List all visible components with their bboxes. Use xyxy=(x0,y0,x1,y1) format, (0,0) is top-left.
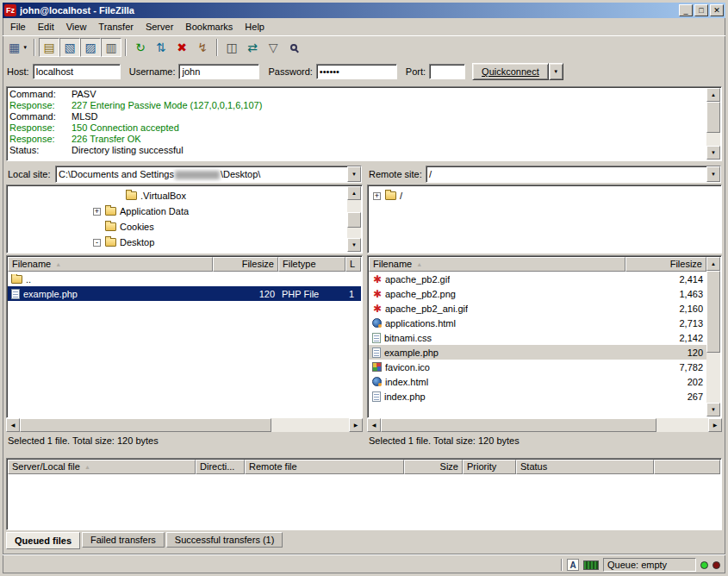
file-row[interactable]: index.php267 xyxy=(369,389,706,404)
menu-transfer[interactable]: Transfer xyxy=(92,19,140,34)
file-row[interactable]: index.html202 xyxy=(369,374,706,389)
menu-edit[interactable]: Edit xyxy=(32,19,60,34)
local-tree-scrollbar[interactable]: ▲ ▼ xyxy=(347,186,361,252)
scroll-right-icon[interactable]: ▶ xyxy=(708,418,722,432)
column-header-size[interactable]: Size xyxy=(404,460,463,474)
local-site-label: Local site: xyxy=(8,169,51,179)
file-row[interactable]: applications.html2,713 xyxy=(369,316,706,330)
column-header-filesize[interactable]: Filesize xyxy=(625,257,706,272)
scroll-thumb[interactable] xyxy=(347,212,361,228)
menu-help[interactable]: Help xyxy=(239,19,271,34)
remote-list-scrollbar[interactable]: ▲ ▼ xyxy=(706,257,720,416)
chevron-down-icon[interactable]: ▼ xyxy=(706,166,720,182)
queue-status: Queue: empty xyxy=(603,558,696,572)
file-row[interactable]: apache_pb2.gif2,414 xyxy=(369,272,706,286)
scroll-thumb[interactable] xyxy=(706,271,720,353)
file-row[interactable]: bitnami.css2,142 xyxy=(369,330,706,345)
scroll-down-icon[interactable]: ▼ xyxy=(347,238,361,252)
maximize-button[interactable]: □ xyxy=(694,4,708,16)
disconnect-button[interactable]: ↯ xyxy=(192,38,213,57)
remote-site-combo[interactable]: / ▼ xyxy=(426,166,721,183)
toggle-message-log-button[interactable]: ▤ xyxy=(39,38,59,57)
toggle-remote-tree-button[interactable]: ▨ xyxy=(80,38,101,57)
username-input[interactable] xyxy=(178,64,259,79)
log-scrollbar[interactable]: ▲ ▼ xyxy=(706,88,720,160)
scroll-left-icon[interactable]: ◀ xyxy=(367,418,381,432)
column-header-filename[interactable]: Filename xyxy=(369,257,625,272)
synchronized-browsing-icon: ⇄ xyxy=(247,41,258,53)
column-header-filetype[interactable]: Filetype xyxy=(278,257,345,272)
scroll-left-icon[interactable]: ◀ xyxy=(6,418,20,432)
process-queue-button[interactable]: ⇅ xyxy=(151,38,171,57)
file-name: example.php xyxy=(8,289,213,299)
scroll-up-icon[interactable]: ▲ xyxy=(706,257,720,271)
site-manager-button[interactable]: ▦▼ xyxy=(6,38,30,57)
expand-icon[interactable]: + xyxy=(93,208,101,216)
column-header-filesize[interactable]: Filesize xyxy=(213,257,278,272)
toggle-local-tree-button[interactable]: ▧ xyxy=(59,38,80,57)
menu-file[interactable]: File xyxy=(4,19,32,34)
cancel-icon: ✖ xyxy=(177,41,187,53)
column-header-directi[interactable]: Directi... xyxy=(196,460,245,474)
cancel-button[interactable]: ✖ xyxy=(171,38,192,57)
column-header-priority[interactable]: Priority xyxy=(463,460,516,474)
find-files-icon xyxy=(290,44,297,51)
remote-list-hscrollbar[interactable]: ◀ ▶ xyxy=(367,418,722,432)
tree-item-label: Application Data xyxy=(120,206,189,216)
collapse-icon[interactable]: - xyxy=(93,239,101,247)
host-input[interactable] xyxy=(33,64,121,79)
file-row[interactable]: favicon.ico7,782 xyxy=(369,360,706,374)
tree-item[interactable]: .VirtualBox xyxy=(7,188,362,203)
scroll-down-icon[interactable]: ▼ xyxy=(706,403,720,416)
scroll-right-icon[interactable]: ▶ xyxy=(349,418,363,432)
filter-button[interactable]: ▽ xyxy=(263,38,283,57)
find-files-button[interactable] xyxy=(283,38,304,57)
disconnect-icon: ↯ xyxy=(197,41,208,53)
tree-item[interactable]: -Desktop xyxy=(7,235,362,250)
local-directory-tree: .VirtualBox+Application DataCookies-Desk… xyxy=(6,185,363,254)
scroll-thumb[interactable] xyxy=(381,418,656,432)
chevron-down-icon[interactable]: ▼ xyxy=(347,166,361,182)
local-list-hscrollbar[interactable]: ◀ ▶ xyxy=(6,418,363,432)
expander-spacer xyxy=(114,192,121,200)
local-site-combo[interactable]: C:\Documents and Settings\Desktop\ ▼ xyxy=(55,166,362,183)
close-button[interactable]: ✕ xyxy=(710,4,724,16)
quickconnect-button[interactable]: Quickconnect xyxy=(472,63,549,80)
file-size: 2,414 xyxy=(625,274,706,285)
file-row[interactable]: apache_pb2_ani.gif2,160 xyxy=(369,301,706,316)
column-header-server-local-file[interactable]: Server/Local file xyxy=(8,460,196,474)
file-row[interactable]: .. xyxy=(8,272,361,286)
tree-item[interactable]: +Application Data xyxy=(7,203,362,219)
menu-view[interactable]: View xyxy=(60,19,93,34)
scroll-thumb[interactable] xyxy=(20,418,271,432)
tab-failed-transfers[interactable]: Failed transfers xyxy=(82,532,165,548)
refresh-button[interactable]: ↻ xyxy=(130,38,151,57)
column-header-filename[interactable]: Filename xyxy=(8,257,213,272)
directory-comparison-button[interactable]: ◫ xyxy=(221,38,242,57)
tree-item[interactable]: Cookies xyxy=(7,219,362,235)
toggle-queue-button[interactable]: ▥ xyxy=(101,38,121,57)
column-header-remote-file[interactable]: Remote file xyxy=(245,460,404,474)
scroll-up-icon[interactable]: ▲ xyxy=(706,88,720,102)
scroll-thumb[interactable] xyxy=(706,102,720,133)
tab-successful-transfers-1[interactable]: Successful transfers (1) xyxy=(166,532,283,548)
file-row[interactable]: example.php120 xyxy=(369,345,706,360)
log-message: PASV xyxy=(72,89,96,99)
column-header-l[interactable]: L xyxy=(345,257,361,272)
tab-queued-files[interactable]: Queued files xyxy=(6,532,80,549)
column-header-status[interactable]: Status xyxy=(516,460,654,474)
tree-item[interactable]: +/ xyxy=(368,188,721,203)
menu-server[interactable]: Server xyxy=(140,19,179,34)
minimize-button[interactable]: _ xyxy=(679,4,693,16)
file-row[interactable]: apache_pb2.png1,463 xyxy=(369,286,706,301)
expand-icon[interactable]: + xyxy=(373,192,381,200)
toggle-remote-tree-icon: ▨ xyxy=(85,41,96,53)
port-input[interactable] xyxy=(429,64,465,79)
synchronized-browsing-button[interactable]: ⇄ xyxy=(242,38,263,57)
menu-bookmarks[interactable]: Bookmarks xyxy=(179,19,239,34)
quickconnect-dropdown-button[interactable]: ▼ xyxy=(549,63,563,80)
password-input[interactable] xyxy=(316,64,397,79)
scroll-up-icon[interactable]: ▲ xyxy=(347,186,361,200)
scroll-down-icon[interactable]: ▼ xyxy=(706,146,720,160)
file-row[interactable]: example.php120PHP File1 xyxy=(8,286,361,301)
